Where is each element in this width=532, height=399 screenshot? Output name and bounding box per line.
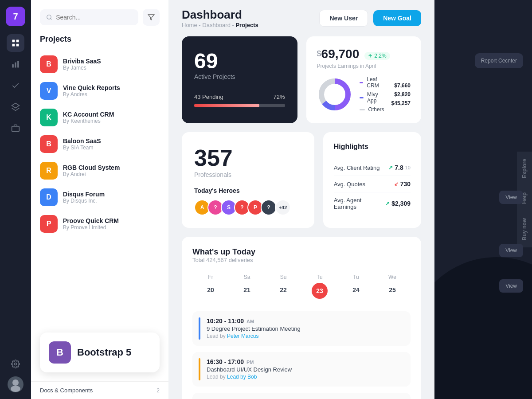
progress-bar <box>194 104 285 107</box>
progress-fill <box>194 104 259 107</box>
event-period: AM <box>246 319 254 324</box>
event-lead-link[interactable]: Peter Marcus <box>227 333 258 339</box>
day-num: 22 <box>276 283 290 297</box>
calendar-day[interactable]: Su 22 <box>265 270 301 302</box>
calendar-subtitle: Total 424,567 deliveries <box>192 257 411 263</box>
svg-rect-0 <box>12 40 15 43</box>
project-name: Proove Quick CRM <box>63 217 119 224</box>
breadcrumb-dashboard[interactable]: Dashboard <box>202 22 231 28</box>
page-title-wrap: Dashboard Home - Dashboard - Projects <box>182 8 258 28</box>
event-item: 10:20 - 11:00 AM 9 Degree Project Estima… <box>192 311 411 346</box>
project-name: Baloon SaaS <box>63 137 101 145</box>
search-input[interactable] <box>56 14 132 21</box>
project-name: Disqus Forum <box>63 191 105 198</box>
project-item[interactable]: D Disqus Forum By Disqus Inc. <box>40 184 160 211</box>
bootstrap-label: Bootstrap 5 <box>77 347 131 358</box>
sidebar-item-settings[interactable] <box>7 355 24 373</box>
project-name: Vine Quick Reports <box>63 84 120 91</box>
project-item[interactable]: R RGB Cloud System By Andrei <box>40 157 160 184</box>
project-item[interactable]: P Proove Quick CRM By Proove Limited <box>40 211 160 237</box>
calendar-day[interactable]: Tu 24 <box>338 270 374 302</box>
view-button-1[interactable]: View <box>499 191 523 204</box>
search-bar <box>40 9 160 26</box>
project-item[interactable]: B Baloon SaaS By SIA Team <box>40 131 160 157</box>
docs-label: Docs & Components <box>40 387 93 394</box>
project-by: By Andrei <box>63 171 120 177</box>
calendar-day[interactable]: Tu 23 <box>301 270 338 302</box>
legend-amount: $7,660 <box>391 82 411 89</box>
sidebar: 7 <box>0 0 31 399</box>
event-time: 10:20 - 11:00 AM <box>207 317 404 325</box>
highlight-value: ↗$2,309 <box>385 200 411 207</box>
sidebar-item-layers[interactable] <box>7 98 24 116</box>
right-panel-bg <box>434 257 532 399</box>
project-icon: R <box>40 162 58 180</box>
professionals-card: 357 Professionals Today's Heroes A?S?P?+… <box>182 132 314 228</box>
view-button-2[interactable]: View <box>499 244 523 257</box>
event-item: 12:00 - 13:40 AM Marketing Campaign Disc… <box>192 393 411 399</box>
svg-point-11 <box>11 386 20 392</box>
project-icon: V <box>40 82 58 100</box>
view-button-3[interactable]: View <box>499 279 523 293</box>
project-icon: P <box>40 215 58 233</box>
calendar-day[interactable]: We 25 <box>374 270 411 302</box>
sidebar-user-avatar[interactable] <box>8 376 23 392</box>
calendar-day[interactable]: Fr 20 <box>192 270 229 302</box>
svg-marker-7 <box>12 103 20 108</box>
arrow-down-icon: ↙ <box>394 181 399 187</box>
sidebar-item-dashboard[interactable] <box>7 34 24 52</box>
right-tab-explore[interactable]: Explore <box>517 152 532 185</box>
project-item[interactable]: V Vine Quick Reports By Andres <box>40 78 160 104</box>
svg-point-10 <box>12 379 19 386</box>
filter-button[interactable] <box>143 9 160 26</box>
legend-dot <box>360 97 364 98</box>
calendar-day[interactable]: Sa 21 <box>229 270 265 302</box>
legend-name: Others <box>368 106 384 113</box>
legend-name: Mivy App <box>367 91 384 104</box>
project-by: By Keenthemes <box>63 118 114 124</box>
day-name: Fr <box>194 274 227 280</box>
calendar-header: What's up Today Total 424,567 deliveries <box>192 247 411 263</box>
svg-rect-6 <box>17 61 19 68</box>
search-input-wrap[interactable] <box>40 9 138 25</box>
pending-pct: 72% <box>274 94 285 100</box>
dashboard-body: 69 Active Projects 43 Pending 72% $69,70… <box>168 36 434 399</box>
project-by: By James <box>63 65 101 71</box>
legend-item: Leaf CRM <box>360 76 384 89</box>
event-item: 16:30 - 17:00 PM Dashboard UI/UX Design … <box>192 352 411 387</box>
new-user-button[interactable]: New User <box>319 10 368 27</box>
report-center-button[interactable]: Report Cecnter <box>475 53 523 68</box>
heroes-title: Today's Heroes <box>194 187 302 194</box>
row1: 69 Active Projects 43 Pending 72% $69,70… <box>182 36 421 123</box>
earnings-subtitle: Projects Earnings in April <box>317 63 411 69</box>
new-goal-button[interactable]: New Goal <box>373 10 421 26</box>
project-icon: B <box>40 135 58 153</box>
event-period: PM <box>246 360 254 365</box>
earnings-card: $69,700 2.2% Projects Earnings in April <box>306 36 421 123</box>
event-lead-link[interactable]: Lead by Bob <box>227 374 257 380</box>
projects-list: B Briviba SaaS By James V Vine Quick Rep… <box>40 51 160 237</box>
main-content: Dashboard Home - Dashboard - Projects Ne… <box>168 0 434 399</box>
sidebar-avatar: 7 <box>6 7 25 26</box>
event-lead: Lead by Peter Marcus <box>207 333 404 339</box>
sidebar-item-charts[interactable] <box>7 55 24 73</box>
project-by: By Andres <box>63 91 120 98</box>
event-name: Dashboard UI/UX Design Review <box>207 366 404 373</box>
header-actions: New User New Goal <box>319 10 421 27</box>
breadcrumb-projects[interactable]: Projects <box>235 22 258 28</box>
breadcrumb-home[interactable]: Home <box>182 22 197 28</box>
calendar-days: Fr 20 Sa 21 Su 22 Tu 23 Tu 24 We 25 <box>192 270 411 302</box>
calendar-title: What's up Today <box>192 247 411 257</box>
project-item[interactable]: B Briviba SaaS By James <box>40 51 160 78</box>
highlight-label: Avg. Agent Earnings <box>334 197 386 210</box>
day-name: We <box>376 274 409 280</box>
bootstrap-card[interactable]: B Bootstrap 5 <box>40 332 160 372</box>
project-item[interactable]: K KC Account CRM By Keenthemes <box>40 104 160 131</box>
right-tab-buynow[interactable]: Buy now <box>517 211 532 247</box>
highlights-card: Highlights Avg. Client Rating ↗7.810 Avg… <box>323 132 421 228</box>
sidebar-item-briefcase[interactable] <box>7 119 24 137</box>
events-list: 10:20 - 11:00 AM 9 Degree Project Estima… <box>192 311 411 399</box>
active-projects-label: Active Projects <box>194 73 285 80</box>
sidebar-item-tasks[interactable] <box>7 77 24 94</box>
avatar-circle: ? <box>261 200 277 215</box>
